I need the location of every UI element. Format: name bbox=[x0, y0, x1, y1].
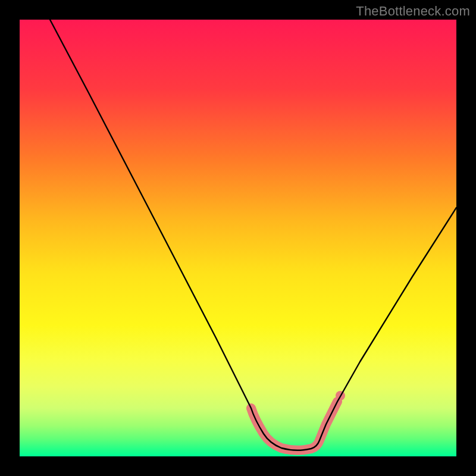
chart-frame: TheBottleneck.com bbox=[0, 0, 476, 476]
chart-svg bbox=[20, 20, 456, 456]
gradient-plot-area bbox=[20, 20, 456, 456]
low-region-highlight bbox=[251, 391, 345, 450]
watermark-text: TheBottleneck.com bbox=[356, 4, 470, 19]
bottleneck-curve bbox=[50, 20, 456, 450]
